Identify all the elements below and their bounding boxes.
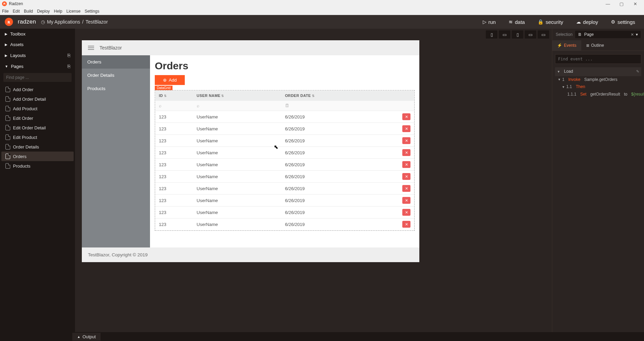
page-list-item[interactable]: Products [1,161,74,171]
preview-nav-item[interactable]: Orders [82,55,150,69]
delete-row-button[interactable]: ✕ [402,137,410,144]
find-event-input[interactable] [555,54,641,64]
chevron-right-icon: ▶ [5,54,8,57]
delete-row-button[interactable]: ✕ [402,113,410,120]
table-row[interactable]: 123UserName6/26/2019✕ [155,183,414,195]
page-search-input[interactable] [3,73,72,82]
filter-cell[interactable]: ⌕ [155,101,193,111]
table-row[interactable]: 123UserName6/26/2019✕ [155,147,414,159]
delete-row-button[interactable]: ✕ [402,125,410,132]
tab-events[interactable]: ⚡Events [552,40,581,51]
delete-row-button[interactable]: ✕ [402,185,410,192]
delete-row-button[interactable]: ✕ [402,173,410,180]
breadcrumb[interactable]: ◷ My Applications / TestBlazor [41,19,108,25]
new-layout-icon[interactable]: ⎘ [68,53,70,58]
device-phone-land-button[interactable]: ▭ [499,30,510,39]
events-tree: ▼ Load✎ ▼ 1 Invoke Sample.getOrders ▼ 1.… [555,67,641,98]
right-panel: Selection 🗎 Page ✕ ▾ ⚡Events ≣Outline ▼ … [552,29,644,332]
tab-outline[interactable]: ≣Outline [581,40,609,51]
menu-build[interactable]: Build [24,9,33,14]
header-data-button[interactable]: ≋data [505,19,529,25]
delete-row-button[interactable]: ✕ [402,149,410,156]
datagrid-table: ID⇅ USER NAME⇅ ORDER DATE⇅ ⌕⌕🗓123UserNam… [155,91,414,230]
event-tree-row[interactable]: ▼ 1.1 Then [555,83,641,91]
event-tree-row[interactable]: 1.1.1 Set getOrdersResult to ${result.va… [555,91,641,98]
table-row[interactable]: 123UserName6/26/2019✕ [155,111,414,123]
page-list-item[interactable]: Add Product [1,104,74,113]
new-page-icon[interactable]: ⎘ [68,63,70,69]
table-row[interactable]: 123UserName6/26/2019✕ [155,123,414,135]
event-load-header[interactable]: ▼ Load✎ [555,67,641,76]
header-settings-button[interactable]: ⚙settings [607,19,639,25]
cloud-icon: ☁ [576,19,581,25]
preview-nav-item[interactable]: Order Details [82,69,150,82]
menu-license[interactable]: License [66,9,80,14]
page-list-item[interactable]: Add Order Detail [1,94,74,104]
table-row[interactable]: 123UserName6/26/2019✕ [155,218,414,230]
clear-selection-icon[interactable]: ✕ [631,32,634,37]
edit-icon[interactable]: ✎ [636,68,639,75]
table-row[interactable]: 123UserName6/26/2019✕ [155,207,414,218]
menu-deploy[interactable]: Deploy [37,9,50,14]
header-security-button[interactable]: 🔒security [534,19,567,25]
section-layouts[interactable]: ▶Layouts⎘ [0,50,75,61]
preview-nav-item[interactable]: Products [82,82,150,95]
delete-row-button[interactable]: ✕ [402,161,410,168]
filter-cell[interactable]: 🗓 [282,101,375,111]
menu-file[interactable]: File [2,9,9,14]
device-toolbar: ▯ ▭ ▯ ▭ ▭ [75,29,552,40]
selection-combobox[interactable]: 🗎 Page ✕ ▾ [575,31,641,38]
chevron-down-icon: ▾ [636,32,638,37]
page-list-item[interactable]: Orders [1,152,74,161]
header-run-button[interactable]: ▷run [479,19,500,25]
page-list-item[interactable]: Edit Order Detail [1,123,74,132]
event-tree-row[interactable]: ▼ 1 Invoke Sample.getOrders [555,76,641,84]
section-assets[interactable]: ▶Assets [0,39,75,50]
section-pages[interactable]: ▼Pages⎘ [0,61,75,72]
table-row[interactable]: 123UserName6/26/2019✕ [155,159,414,171]
dashboard-icon: ◷ [41,19,45,25]
window-minimize-button[interactable]: — [601,1,615,6]
canvas-area: ▯ ▭ ▯ ▭ ▭ TestBlazor OrdersOrder Details… [75,29,552,332]
sort-icon: ⇅ [312,94,315,98]
section-toolbox[interactable]: ▶Toolbox [0,29,75,39]
header-deploy-button[interactable]: ☁deploy [572,19,602,25]
sort-icon: ⇅ [221,94,224,98]
chevron-right-icon: ▶ [5,43,8,46]
delete-row-button[interactable]: ✕ [402,221,410,228]
page-list-item[interactable]: Add Order [1,85,74,94]
device-phone-button[interactable]: ▯ [486,30,497,39]
datagrid-wrapper[interactable]: ID⇅ USER NAME⇅ ORDER DATE⇅ ⌕⌕🗓123UserNam… [155,90,415,231]
col-header-user[interactable]: USER NAME⇅ [193,91,282,101]
preview-header: TestBlazor [82,40,419,55]
chevron-down-icon: ▼ [5,65,8,68]
filter-cell[interactable]: ⌕ [193,101,282,111]
page-list-item[interactable]: Edit Product [1,132,74,142]
app-header: ʀ radzen ◷ My Applications / TestBlazor … [0,15,644,29]
hamburger-icon[interactable] [88,46,94,50]
delete-row-button[interactable]: ✕ [402,209,410,216]
output-tab[interactable]: ▲Output [72,333,101,341]
device-desktop-button[interactable]: ▭ [538,30,549,39]
device-tablet-button[interactable]: ▯ [512,30,523,39]
page-list-item[interactable]: Edit Order [1,113,74,123]
col-header-id[interactable]: ID⇅ [155,91,193,101]
col-header-date[interactable]: ORDER DATE⇅ [282,91,375,101]
design-canvas[interactable]: TestBlazor OrdersOrder DetailsProducts O… [82,40,419,262]
add-button[interactable]: ⊕Add [155,75,185,85]
delete-row-button[interactable]: ✕ [402,197,410,204]
device-tablet-land-button[interactable]: ▭ [525,30,536,39]
window-close-button[interactable]: ✕ [628,1,642,6]
gear-icon: ⚙ [611,19,615,25]
search-icon: ⌕ [197,103,199,108]
menu-help[interactable]: Help [54,9,62,14]
menu-settings[interactable]: Settings [85,9,99,14]
table-row[interactable]: 123UserName6/26/2019✕ [155,135,414,147]
table-row[interactable]: 123UserName6/26/2019✕ [155,171,414,183]
file-icon [5,144,10,150]
window-maximize-button[interactable]: ▢ [615,1,628,6]
table-row[interactable]: 123UserName6/26/2019✕ [155,195,414,207]
menu-edit[interactable]: Edit [13,9,20,14]
page-list-item[interactable]: Order Details [1,142,74,152]
page-list: Add OrderAdd Order DetailAdd ProductEdit… [0,85,75,171]
